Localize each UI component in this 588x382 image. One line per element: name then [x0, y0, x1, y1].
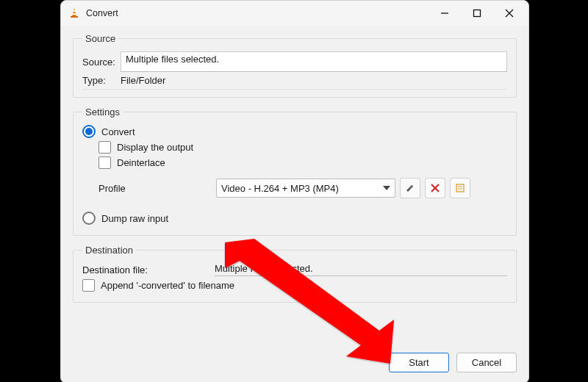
source-label: Source:	[82, 57, 121, 68]
window-title: Convert	[86, 8, 429, 18]
display-output-label: Display the output	[117, 142, 193, 153]
svg-rect-3	[71, 16, 78, 18]
dump-raw-label: Dump raw input	[101, 213, 168, 224]
append-row[interactable]: Append '-converted' to filename	[82, 279, 507, 292]
svg-rect-5	[474, 10, 481, 17]
dump-raw-row[interactable]: Dump raw input	[82, 212, 507, 225]
profile-combobox[interactable]: Video - H.264 + MP3 (MP4)	[216, 179, 395, 198]
settings-legend: Settings	[82, 107, 123, 118]
dialog-footer: Start Cancel	[61, 347, 528, 382]
edit-profile-button[interactable]	[400, 178, 420, 198]
x-icon	[431, 184, 440, 192]
destination-file-field[interactable]: Multiple Files Selected.	[215, 263, 507, 276]
destination-group: Destination Destination file: Multiple F…	[73, 245, 517, 303]
source-group: Source Source: Multiple files selected. …	[73, 33, 517, 98]
maximize-button[interactable]	[461, 2, 493, 24]
profile-label: Profile	[98, 183, 216, 194]
destination-file-label: Destination file:	[82, 264, 215, 275]
svg-rect-2	[72, 13, 76, 15]
stage: Convert Source Source: Multiple files se…	[0, 0, 588, 382]
destination-legend: Destination	[82, 245, 136, 256]
append-checkbox[interactable]	[82, 279, 95, 292]
display-output-row[interactable]: Display the output	[98, 141, 507, 154]
svg-rect-10	[456, 184, 464, 192]
display-output-checkbox[interactable]	[98, 141, 111, 154]
dump-raw-radio[interactable]	[82, 212, 96, 225]
close-button[interactable]	[493, 2, 526, 24]
type-value: File/Folder	[121, 75, 507, 86]
new-profile-button[interactable]	[450, 178, 470, 198]
window-controls	[429, 2, 526, 24]
convert-radio[interactable]	[82, 125, 96, 138]
svg-marker-0	[72, 8, 76, 16]
type-label: Type:	[82, 75, 121, 86]
convert-window: Convert Source Source: Multiple files se…	[60, 0, 529, 382]
cancel-button[interactable]: Cancel	[456, 353, 517, 372]
source-legend: Source	[82, 33, 118, 44]
convert-label: Convert	[101, 126, 135, 137]
divider	[82, 89, 507, 90]
wrench-icon	[405, 183, 415, 193]
chevron-down-icon	[383, 186, 390, 190]
deinterlace-row[interactable]: Deinterlace	[98, 156, 507, 169]
convert-radio-row[interactable]: Convert	[82, 125, 507, 138]
settings-group: Settings Convert Display the output Dein…	[73, 107, 517, 236]
new-file-icon	[455, 183, 465, 193]
profile-selected: Video - H.264 + MP3 (MP4)	[221, 183, 339, 194]
titlebar: Convert	[61, 1, 528, 26]
append-label: Append '-converted' to filename	[101, 280, 234, 291]
delete-profile-button[interactable]	[425, 178, 445, 198]
vlc-cone-icon	[68, 7, 80, 19]
svg-rect-1	[73, 10, 76, 12]
minimize-button[interactable]	[429, 2, 461, 24]
source-field[interactable]: Multiple files selected.	[121, 51, 507, 72]
deinterlace-label: Deinterlace	[117, 157, 165, 168]
start-button[interactable]: Start	[389, 353, 449, 372]
deinterlace-checkbox[interactable]	[98, 156, 111, 169]
